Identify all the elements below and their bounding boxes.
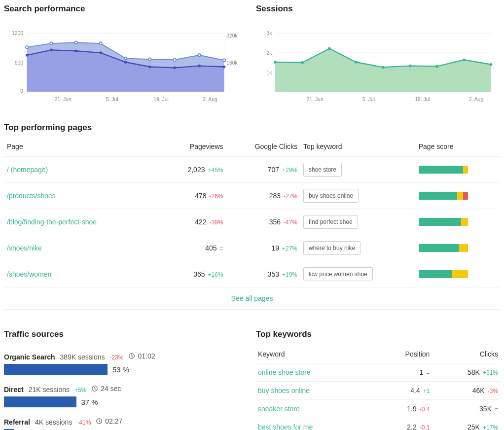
col-pageviews: Pageviews [163, 137, 226, 157]
top-keyword-pill[interactable]: where to buy nike [303, 241, 360, 255]
col-clicks: Google Clicks [226, 137, 300, 157]
pageviews-value: 365 [193, 270, 205, 278]
svg-point-10 [148, 58, 151, 61]
traffic-source-item: Referral4K sessions -41%02:275 % [4, 417, 248, 430]
svg-point-34 [463, 58, 466, 61]
svg-point-11 [173, 58, 176, 61]
clicks-value: 19 [271, 244, 279, 252]
svg-point-9 [124, 57, 127, 60]
traffic-percent: 53 % [112, 365, 129, 374]
see-all-pages-link[interactable]: See all pages [231, 294, 273, 302]
svg-point-17 [100, 51, 103, 54]
y-tick: 1k [266, 70, 272, 75]
col-keyword: Top keyword [300, 137, 416, 157]
svg-point-12 [198, 54, 201, 57]
table-row: buy shoes online4.4+146K-3% [256, 382, 500, 400]
page-score-bar [419, 218, 468, 226]
page-link[interactable]: / (homepage) [7, 166, 48, 174]
traffic-sources-section: Traffic sources Organic Search389K sessi… [4, 329, 248, 430]
keyword-link[interactable]: best shoes for me [258, 423, 313, 430]
page-link[interactable]: /shoes/nike [7, 244, 42, 252]
col-keyword: Keyword [256, 345, 359, 363]
page-link[interactable]: /products/shoes [7, 192, 56, 200]
page-score-bar [419, 192, 468, 200]
top-keyword-pill[interactable]: buy shoes online [303, 189, 359, 203]
top-pages-section: Top performing pages Page Pageviews Goog… [4, 123, 500, 310]
position-change: -0.1 [420, 424, 430, 430]
svg-point-8 [100, 42, 103, 45]
traffic-source-duration: 02:27 [96, 417, 122, 425]
position-change: = [426, 369, 430, 376]
clicks-change: +27% [282, 245, 297, 252]
see-all-pages-row: See all pages [4, 287, 500, 310]
traffic-bar [4, 396, 76, 407]
y-tick-right: 320k [226, 33, 238, 38]
page-link[interactable]: /blog/finding-the-perfect-shoe [7, 218, 97, 226]
svg-point-33 [435, 65, 438, 68]
top-pages-title: Top performing pages [4, 123, 500, 133]
traffic-source-item: Direct21K sessions +5%24 sec37 % [4, 385, 248, 407]
svg-point-30 [355, 61, 358, 64]
clicks-value: 283 [269, 192, 281, 200]
position-value: 2.2 [407, 423, 416, 430]
traffic-source-duration: 01:02 [128, 352, 155, 360]
page-link[interactable]: /shoes/women [7, 270, 51, 278]
top-keywords-title: Top keywords [256, 329, 500, 339]
clicks-change: -47% [284, 219, 297, 226]
svg-point-31 [382, 66, 385, 69]
svg-point-7 [74, 41, 77, 44]
svg-point-29 [328, 47, 331, 50]
sessions-title: Sessions [256, 4, 500, 14]
x-tick: 2. Aug [203, 97, 217, 102]
top-keyword-pill[interactable]: low price women shoe [303, 267, 373, 281]
pageviews-change: -26% [210, 193, 223, 200]
top-keyword-pill[interactable]: find perfect shoe [303, 215, 358, 229]
x-tick: 21. Jun [307, 97, 324, 102]
table-row: / (homepage)2,023+45%707+29%shoe store [4, 157, 500, 183]
svg-point-6 [50, 42, 53, 45]
position-change: +1 [423, 388, 430, 394]
search-performance-chart[interactable]: 1200 600 0 320k 160k [4, 18, 248, 107]
x-tick: 5. Jul [362, 97, 375, 102]
svg-point-16 [74, 49, 77, 52]
pageviews-value: 478 [195, 192, 206, 200]
pageviews-change: +45% [208, 167, 223, 174]
y-tick-left: 0 [20, 88, 23, 94]
sessions-chart[interactable]: 3k 2k 1k 21. Jun 5. Jul 19. Jul 2. Aug [256, 18, 500, 107]
y-tick: 2k [266, 50, 272, 56]
svg-point-22 [223, 66, 226, 69]
svg-point-28 [301, 61, 304, 64]
col-clicks: Clicks [432, 345, 500, 363]
traffic-source-duration: 24 sec [91, 385, 121, 393]
keyword-link[interactable]: online shoe store [258, 368, 311, 376]
y-tick-left: 1200 [12, 31, 23, 36]
clicks-value: 356 [269, 218, 281, 226]
svg-point-18 [124, 61, 127, 64]
svg-point-35 [490, 63, 493, 66]
svg-point-13 [223, 59, 226, 62]
svg-point-19 [148, 66, 151, 69]
table-row: sneaker store1.9-0.435K= [256, 400, 500, 418]
position-value: 4.4 [410, 387, 420, 394]
pageviews-change: +16% [208, 271, 223, 278]
x-tick: 2. Aug [469, 97, 484, 102]
clicks-value: 46K [472, 387, 485, 394]
position-change: -0.4 [420, 406, 430, 413]
keyword-link[interactable]: buy shoes online [258, 387, 310, 394]
traffic-source-change: +5% [74, 387, 86, 394]
keyword-link[interactable]: sneaker store [258, 405, 300, 413]
clock-icon [128, 353, 135, 359]
top-keyword-pill[interactable]: shoe store [303, 163, 342, 177]
col-page: Page [4, 137, 163, 157]
position-value: 1.9 [407, 405, 416, 413]
page-score-bar [419, 244, 468, 252]
col-position: Position [359, 345, 432, 363]
position-value: 1 [420, 368, 424, 376]
traffic-percent: 37 % [81, 398, 98, 406]
traffic-source-name: Referral [4, 418, 30, 426]
page-score-bar [419, 270, 468, 278]
traffic-source-sessions: 21K sessions [29, 386, 70, 394]
y-tick-right: 160k [226, 60, 238, 66]
search-performance-panel: Search performance 1200 600 0 320k 160k [4, 4, 248, 108]
pageviews-value: 2,023 [187, 166, 205, 174]
